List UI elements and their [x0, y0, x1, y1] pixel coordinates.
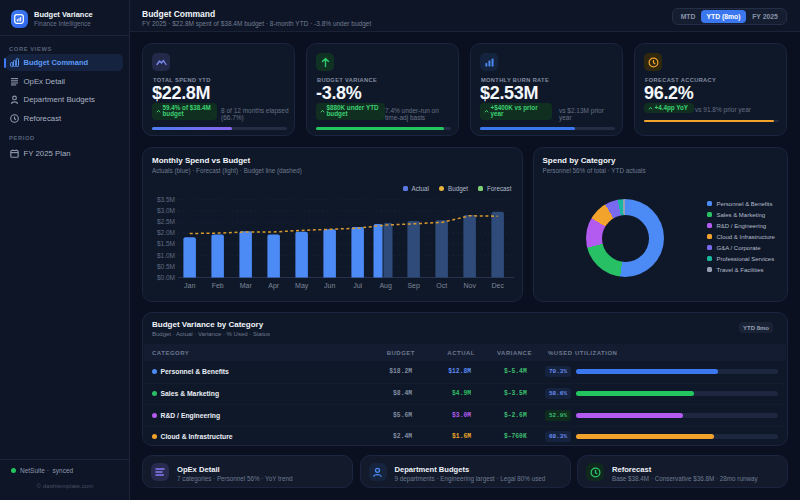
svg-text:Mar: Mar [240, 281, 253, 288]
svg-text:$2.0M: $2.0M [157, 229, 175, 236]
svg-text:Sep: Sep [407, 281, 420, 289]
svg-text:Jul: Jul [353, 281, 362, 288]
svg-text:Nov: Nov [463, 281, 476, 288]
svg-text:May: May [295, 281, 309, 289]
svg-text:$2.5M: $2.5M [157, 218, 175, 225]
svg-text:Apr: Apr [268, 281, 280, 289]
svg-text:$1.0M: $1.0M [157, 251, 175, 258]
svg-text:$0.5M: $0.5M [157, 262, 175, 269]
svg-text:$0.0M: $0.0M [157, 273, 175, 280]
svg-text:$3.0M: $3.0M [157, 207, 175, 214]
svg-text:$3.5M: $3.5M [157, 196, 175, 203]
svg-text:Oct: Oct [436, 281, 447, 288]
svg-text:Dec: Dec [491, 281, 504, 288]
svg-text:Aug: Aug [379, 281, 392, 289]
svg-text:Jan: Jan [184, 281, 195, 288]
svg-text:$1.5M: $1.5M [157, 240, 175, 247]
svg-text:Feb: Feb [212, 281, 224, 288]
svg-text:Jun: Jun [324, 281, 335, 288]
